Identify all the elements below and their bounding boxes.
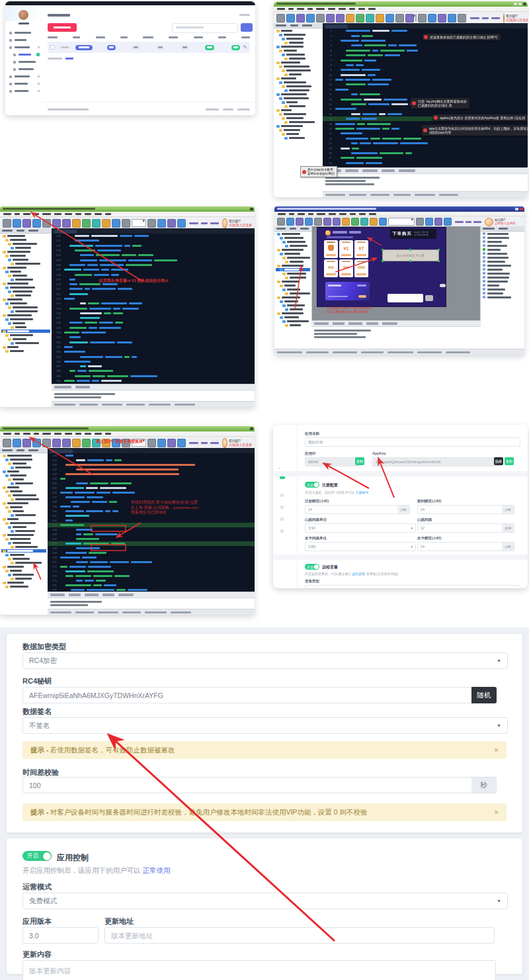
nav-dot[interactable]: [280, 506, 284, 509]
menu-bar[interactable]: [274, 7, 528, 12]
update-content-input[interactable]: [22, 960, 496, 980]
resize-handle[interactable]: [409, 260, 411, 262]
toolbar-icons-2[interactable]: [418, 14, 466, 22]
field4-input[interactable]: 22: [417, 523, 509, 533]
appkey-input[interactable]: 1aoVqwAQoKvauGSZiAhrgwbKvrvkhrW: [372, 457, 499, 467]
editor-tab[interactable]: [325, 24, 348, 28]
edit-pencil-icon[interactable]: ✎: [243, 44, 247, 50]
resize-handle[interactable]: [438, 260, 440, 262]
toolbar-icons-2[interactable]: [416, 218, 452, 226]
compile-combo[interactable]: [132, 219, 146, 227]
rc4-key-input-field[interactable]: [23, 688, 471, 703]
alert-close-icon[interactable]: ×: [494, 808, 499, 817]
register-toggle[interactable]: 开启: [305, 482, 319, 488]
property-list[interactable]: [481, 232, 524, 299]
close-button[interactable]: [250, 427, 253, 430]
nav-dot[interactable]: [280, 529, 284, 533]
output-tabs[interactable]: [52, 384, 255, 390]
field5-select[interactable]: 10秒▾: [305, 542, 416, 551]
maximize-button[interactable]: [518, 3, 522, 5]
project-tree[interactable]: [0, 454, 48, 588]
toolbar-icons[interactable]: [277, 218, 387, 226]
pagination[interactable]: [48, 58, 73, 60]
app-id-input[interactable]: 93346: [305, 457, 360, 467]
update-url-input[interactable]: [104, 927, 495, 944]
menu-bar[interactable]: [0, 431, 255, 437]
version-input[interactable]: [22, 927, 99, 944]
time-check-input-field[interactable]: [23, 778, 471, 793]
output-tabs[interactable]: [311, 321, 481, 327]
toolbar-icons[interactable]: [3, 219, 130, 228]
project-tree-panel[interactable]: [0, 228, 52, 407]
toolbar-text-buttons[interactable]: [189, 442, 219, 444]
search-button[interactable]: [241, 23, 253, 32]
search-input[interactable]: [172, 23, 238, 33]
mode-select[interactable]: 免费模式▼: [22, 893, 508, 909]
table-row[interactable]: ✎: [48, 42, 250, 53]
maximize-button[interactable]: [515, 208, 518, 210]
component-tree-panel[interactable]: [274, 226, 312, 321]
property-panel[interactable]: [480, 226, 524, 321]
app-control-toggle[interactable]: 开启: [22, 851, 52, 861]
output-tabs[interactable]: [323, 168, 528, 174]
project-tree-panel[interactable]: [0, 448, 48, 615]
data-sign-select[interactable]: 不签名▼: [22, 717, 508, 734]
row-checkbox[interactable]: [50, 45, 55, 50]
resize-handle[interactable]: [382, 260, 384, 262]
toolbar-text-buttons[interactable]: [470, 17, 500, 19]
field3-select[interactable]: 分钟▾: [305, 523, 416, 533]
alert-close-icon[interactable]: ×: [494, 746, 499, 755]
variable-type-select[interactable]: 不加密返回▾: [305, 585, 520, 588]
copy-key-button[interactable]: 复制: [505, 457, 514, 465]
resize-handle[interactable]: [382, 249, 384, 251]
toolbar-icons[interactable]: [276, 14, 414, 22]
app-name-input[interactable]: 我的应用: [305, 437, 520, 447]
nav-dot[interactable]: [280, 494, 284, 497]
close-button[interactable]: [523, 3, 526, 5]
compile-combo[interactable]: [388, 218, 415, 226]
variable-helper-link[interactable]: 远程获取: [352, 572, 365, 576]
project-tree[interactable]: [0, 234, 52, 353]
time-check-input[interactable]: [22, 777, 472, 793]
toolbar-text-buttons[interactable]: [455, 221, 481, 223]
compile-combo[interactable]: [415, 14, 417, 22]
toolbar-text-buttons[interactable]: [189, 222, 219, 224]
hide-key-button[interactable]: 隐藏: [494, 457, 503, 465]
selected-htmlbox-component[interactable]: 超文本浏览框 放这里: [382, 249, 439, 261]
encryption-type-select[interactable]: RC4加密▼: [22, 652, 508, 669]
register-helper-link[interactable]: 注册账号: [355, 490, 368, 494]
menu-bar[interactable]: [0, 212, 255, 217]
field6-input[interactable]: 24: [417, 542, 509, 551]
code-editor[interactable]: 1481491501511521531541551561571581591601…: [48, 448, 255, 592]
close-button[interactable]: [250, 208, 253, 210]
code-editor[interactable]: 1234567891011121314151617181920212223242…: [323, 23, 528, 168]
menu-bar[interactable]: [274, 212, 524, 216]
resize-handle[interactable]: [409, 249, 411, 251]
update-url-input-field[interactable]: [105, 928, 494, 943]
nav-dot[interactable]: [280, 517, 284, 521]
close-button[interactable]: [520, 208, 523, 210]
rc4-key-input[interactable]: [22, 687, 472, 703]
code-editor[interactable]: 2302312322332342352362372382392402412422…: [52, 228, 255, 384]
toolbar-icons-2[interactable]: [147, 219, 186, 228]
version-input-field[interactable]: [23, 928, 98, 943]
random-key-button[interactable]: 随机: [471, 687, 497, 703]
project-tree[interactable]: [274, 29, 323, 140]
copy-id-button[interactable]: 复制: [355, 457, 364, 465]
normal-use-link[interactable]: 正常使用: [142, 866, 170, 874]
collapse-caret-icon[interactable]: ›: [278, 466, 280, 470]
component-tree[interactable]: [274, 232, 311, 327]
create-app-button[interactable]: [48, 23, 77, 32]
field2-input[interactable]: 24: [417, 505, 509, 514]
editor-tab[interactable]: [54, 230, 77, 234]
update-content-input-field[interactable]: [23, 961, 495, 980]
toolbar-icons-2[interactable]: [147, 439, 186, 447]
editor-tab[interactable]: [50, 449, 73, 453]
editor-tab-strip[interactable]: [323, 23, 528, 28]
editor-tab-strip[interactable]: [48, 448, 255, 453]
resize-handle[interactable]: [438, 249, 440, 251]
editor-tab-strip[interactable]: [52, 228, 255, 234]
output-tabs[interactable]: [48, 592, 255, 598]
variable-toggle[interactable]: 开启: [305, 564, 319, 570]
field1-input[interactable]: 24: [305, 505, 404, 514]
